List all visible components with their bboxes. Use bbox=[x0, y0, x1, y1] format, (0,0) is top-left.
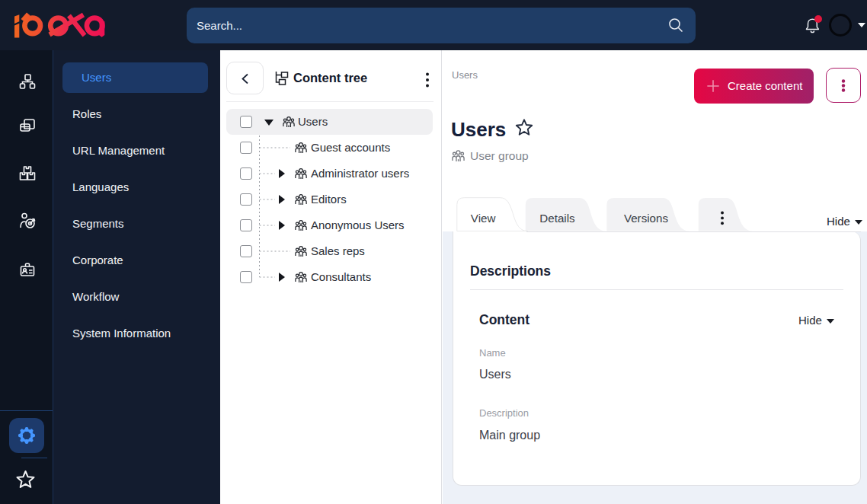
svg-text:Details: Details bbox=[539, 212, 575, 225]
svg-text:View: View bbox=[471, 212, 496, 225]
svg-text:Versions: Versions bbox=[624, 212, 669, 225]
